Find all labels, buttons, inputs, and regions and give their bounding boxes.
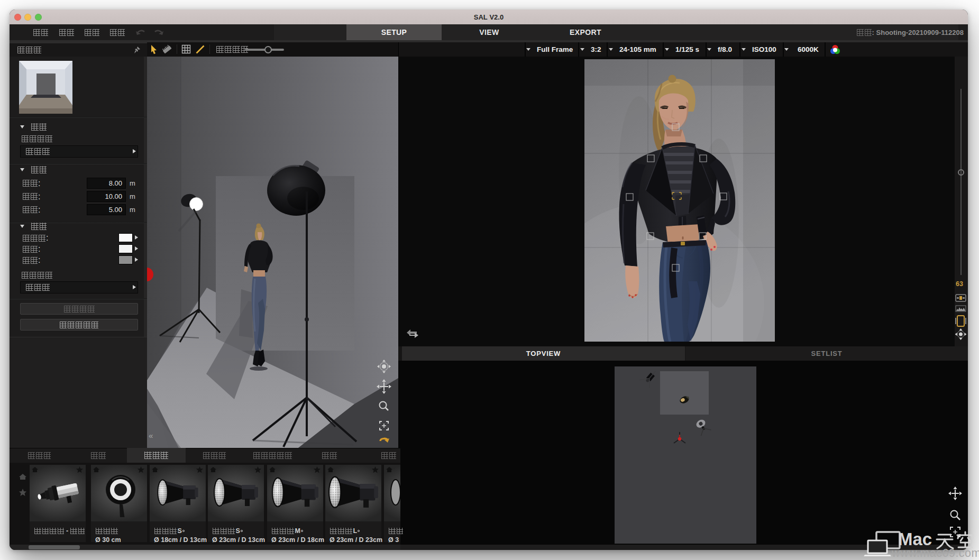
svg-text:«: «	[149, 431, 153, 440]
